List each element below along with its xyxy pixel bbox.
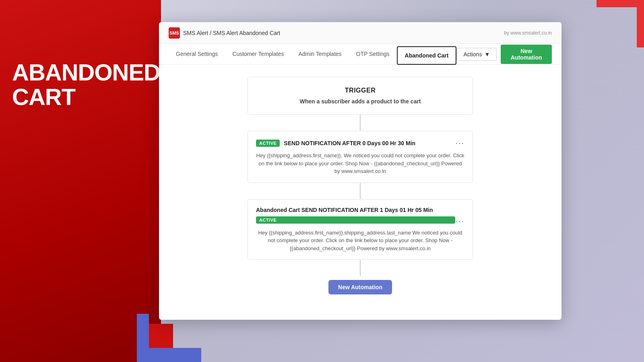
automation-1-header: ACTIVE SEND NOTIFICATION AFTER 0 Days 00…	[256, 138, 464, 148]
top-bar-left: SMS SMS Alert / SMS Alert Abandoned Cart	[169, 27, 280, 39]
active-badge-2: ACTIVE	[256, 216, 455, 224]
connector-3	[360, 260, 361, 276]
automation-card-2: Abandoned Cart SEND NOTIFICATION AFTER 1…	[248, 199, 473, 260]
automation-2-badge-row: ACTIVE	[256, 216, 455, 224]
red-rect	[149, 324, 173, 348]
logo-icon: SMS	[169, 27, 180, 39]
automation-1-menu[interactable]: ···	[455, 138, 464, 148]
new-automation-footer-button[interactable]: New Automation	[328, 280, 392, 294]
blue-rect2	[149, 348, 201, 362]
automation-2-mid: ACTIVE ···	[256, 216, 464, 226]
active-badge-1: ACTIVE	[256, 140, 280, 147]
breadcrumb: SMS Alert / SMS Alert Abandoned Cart	[183, 30, 280, 36]
trigger-title: TRIGGER	[258, 87, 463, 94]
blue-rect	[137, 314, 149, 362]
nav-tabs: General Settings Customer Templates Admi…	[159, 44, 561, 65]
automation-1-body: Hey {{shipping_address.first_name}}, We …	[256, 152, 464, 175]
nav-actions: Actions ▼ New Automation	[456, 45, 552, 64]
app-window: SMS SMS Alert / SMS Alert Abandoned Cart…	[159, 22, 561, 320]
abandoned-cart-text: ABANDONED CART	[12, 60, 160, 109]
tab-admin-templates[interactable]: Admin Templates	[291, 44, 349, 65]
new-automation-header-button[interactable]: New Automation	[501, 45, 552, 64]
main-content: TRIGGER When a subscriber adds a product…	[159, 65, 561, 320]
actions-button[interactable]: Actions ▼	[456, 48, 497, 61]
automation-1-header-left: ACTIVE SEND NOTIFICATION AFTER 0 Days 00…	[256, 140, 415, 147]
automation-2-menu[interactable]: ···	[455, 216, 464, 226]
connector-2	[360, 183, 361, 199]
tab-otp-settings[interactable]: OTP Settings	[349, 44, 397, 65]
chevron-down-icon: ▼	[484, 51, 490, 58]
tab-abandoned-cart[interactable]: Abandoned Cart	[397, 46, 457, 65]
automation-card-1: ACTIVE SEND NOTIFICATION AFTER 0 Days 00…	[248, 131, 473, 183]
connector-1	[360, 115, 361, 131]
trigger-subtitle: When a subscriber adds a product to the …	[258, 98, 463, 105]
top-bar: SMS SMS Alert / SMS Alert Abandoned Cart…	[159, 22, 561, 44]
automation-2-body: Hey {{shipping_address.first_name}},ship…	[256, 229, 464, 253]
by-text: by www.smsalert.co.in	[504, 30, 552, 36]
automation-1-title: SEND NOTIFICATION AFTER 0 Days 00 Hr 30 …	[284, 140, 415, 146]
tab-general-settings[interactable]: General Settings	[169, 44, 225, 65]
tab-customer-templates[interactable]: Customer Templates	[225, 44, 291, 65]
deco-top-right	[596, 0, 644, 48]
trigger-card: TRIGGER When a subscriber adds a product…	[248, 77, 473, 115]
automation-2-top-title: Abandoned Cart SEND NOTIFICATION AFTER 1…	[256, 207, 464, 213]
